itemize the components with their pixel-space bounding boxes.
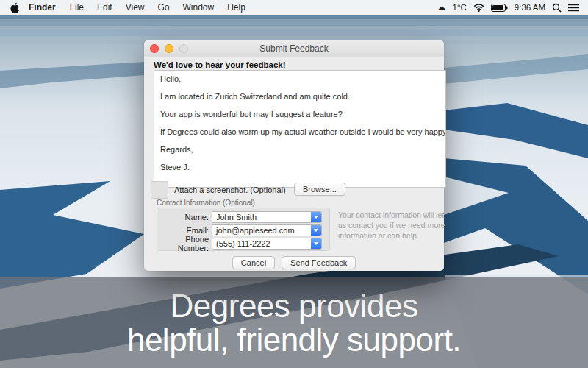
- cancel-button[interactable]: Cancel: [232, 256, 275, 269]
- caption-line-1: Degrees provides: [171, 289, 418, 323]
- submit-feedback-window: Submit Feedback We'd love to hear your f…: [144, 40, 444, 271]
- browse-button[interactable]: Browse...: [294, 183, 345, 196]
- caption-band: Degrees provides helpful, friendly suppo…: [0, 277, 588, 368]
- menu-item-file[interactable]: File: [63, 2, 90, 13]
- chevron-down-icon: [314, 216, 318, 219]
- email-value: john@appleseed.com: [212, 225, 311, 236]
- feedback-message-textarea[interactable]: Hello, I am located in Zurich Switzerlan…: [154, 70, 446, 188]
- message-line: I am located in Zurich Switzerland and a…: [160, 93, 440, 101]
- title-bar[interactable]: Submit Feedback: [144, 40, 444, 57]
- notification-center-icon[interactable]: [568, 4, 579, 12]
- phone-dropdown-button[interactable]: [311, 238, 321, 249]
- screenshot-image-well[interactable]: [151, 181, 168, 199]
- window-title: Submit Feedback: [259, 43, 328, 54]
- zoom-button-disabled: [179, 44, 188, 53]
- message-line: If Degrees could also warm up my actual …: [160, 128, 440, 136]
- feedback-heading: We'd love to hear your feedback!: [154, 60, 286, 69]
- phone-field[interactable]: (555) 111-2222: [212, 238, 322, 250]
- name-dropdown-button[interactable]: [311, 212, 321, 222]
- battery-icon[interactable]: [491, 4, 508, 12]
- message-line: Hello,: [160, 75, 440, 83]
- name-label: Name:: [157, 213, 212, 222]
- email-dropdown-button[interactable]: [311, 225, 321, 236]
- contact-group-box: Name: John Smith Email: john@appleseed.c…: [157, 208, 330, 251]
- name-value: John Smith: [212, 212, 311, 222]
- clock-status[interactable]: 9:36 AM: [514, 3, 545, 12]
- email-label: Email:: [157, 226, 212, 235]
- temperature-status[interactable]: 1°C: [452, 3, 466, 12]
- contact-help-text: Your contact information will let us con…: [338, 210, 448, 241]
- send-feedback-button[interactable]: Send Feedback: [282, 256, 356, 269]
- chevron-down-icon: [314, 242, 318, 245]
- cloud-icon[interactable]: ☁: [437, 2, 445, 13]
- menu-item-help[interactable]: Help: [220, 2, 252, 13]
- contact-group-label: Contact Information (Optional): [157, 199, 255, 207]
- menu-item-window[interactable]: Window: [176, 2, 221, 13]
- message-line: Regards,: [160, 146, 440, 154]
- menu-item-finder[interactable]: Finder: [25, 2, 63, 13]
- phone-value: (555) 111-2222: [212, 238, 311, 249]
- phone-label: Phone Number:: [157, 235, 212, 252]
- message-line: Your app is wonderful but may I suggest …: [160, 110, 440, 118]
- menu-bar: Finder File Edit View Go Window Help ☁ 1…: [0, 0, 588, 15]
- minimize-button[interactable]: [165, 44, 173, 53]
- caption-line-2: helpful, friendly support.: [127, 323, 461, 357]
- close-button[interactable]: [150, 44, 159, 53]
- chevron-down-icon: [314, 229, 318, 232]
- name-field[interactable]: John Smith: [212, 211, 322, 223]
- menu-item-edit[interactable]: Edit: [90, 2, 119, 13]
- menu-item-view[interactable]: View: [119, 2, 151, 13]
- attach-screenshot-label: Attach a screenshot. (Optional): [174, 185, 286, 194]
- wifi-icon[interactable]: [473, 4, 484, 12]
- apple-icon[interactable]: [10, 2, 19, 13]
- email-field[interactable]: john@appleseed.com: [212, 224, 322, 236]
- spotlight-search-icon[interactable]: [552, 3, 562, 13]
- menu-item-go[interactable]: Go: [151, 2, 176, 13]
- message-line: Steve J.: [160, 163, 440, 171]
